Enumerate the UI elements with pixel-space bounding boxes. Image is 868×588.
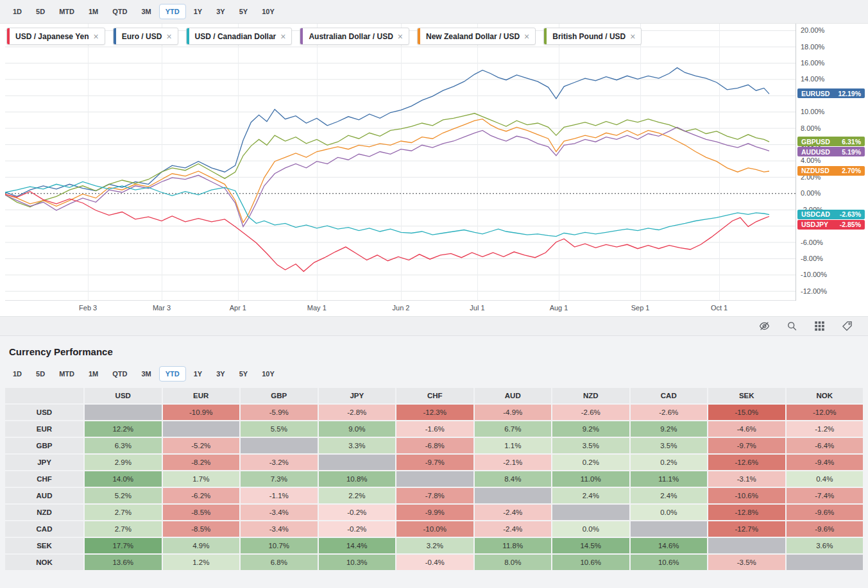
series-chip[interactable]: USD / Canadian Dollar× — [186, 28, 293, 45]
tag-icon[interactable] — [842, 321, 853, 332]
performance-table: USDEURGBPJPYCHFAUDNZDCADSEKNOKUSD-10.9%-… — [5, 388, 863, 570]
range-button-1y[interactable]: 1Y — [187, 4, 208, 19]
hide-lines-icon[interactable] — [759, 321, 770, 332]
perf-cell-eur-cad: 9.2% — [631, 421, 708, 437]
range-button-mtd[interactable]: MTD — [53, 366, 81, 382]
series-chip[interactable]: Australian Dollar / USD× — [300, 28, 409, 45]
range-button-1m[interactable]: 1M — [82, 366, 105, 382]
perf-cell-nok-usd: 13.6% — [85, 555, 162, 570]
column-header-aud: AUD — [475, 388, 552, 403]
perf-cell-chf-sek: -3.1% — [708, 471, 785, 487]
perf-cell-sek-cad: 14.6% — [631, 538, 708, 553]
close-icon[interactable]: × — [92, 31, 105, 42]
perf-cell-usd-usd — [85, 405, 162, 420]
range-button-10y[interactable]: 10Y — [255, 366, 281, 382]
perf-cell-cad-aud: -2.4% — [475, 521, 552, 537]
price-chart-plot[interactable]: USD / Japanese Yen×Euro / USD×USD / Cana… — [5, 24, 796, 316]
perf-cell-usd-gbp: -5.9% — [241, 405, 318, 420]
badge-value: 12.19% — [838, 90, 861, 97]
close-icon[interactable]: × — [628, 31, 641, 42]
range-button-ytd[interactable]: YTD — [159, 366, 186, 382]
perf-cell-jpy-nok: -9.4% — [787, 455, 864, 470]
series-chip-label: USD / Canadian Dollar — [189, 32, 279, 41]
range-button-5d[interactable]: 5D — [30, 4, 51, 19]
perf-cell-eur-eur — [163, 421, 240, 437]
perf-cell-chf-chf — [396, 471, 473, 487]
close-icon[interactable]: × — [278, 31, 291, 42]
range-button-3y[interactable]: 3Y — [210, 4, 231, 19]
perf-cell-nzd-cad: 0.0% — [631, 505, 708, 520]
x-axis-tick: Jun 2 — [379, 304, 423, 312]
range-button-3m[interactable]: 3M — [135, 4, 157, 19]
perf-cell-chf-eur: 1.7% — [163, 471, 240, 487]
perf-cell-gbp-aud: 1.1% — [475, 438, 552, 453]
perf-cell-nzd-eur: -8.5% — [163, 505, 240, 520]
chart-footer — [0, 316, 868, 335]
row-header-nzd: NZD — [5, 505, 83, 520]
badge-value: 6.31% — [842, 138, 861, 146]
perf-cell-nok-aud: 8.0% — [475, 555, 552, 570]
perf-cell-jpy-nzd: 0.2% — [552, 455, 629, 470]
range-button-5d[interactable]: 5D — [30, 366, 51, 382]
perf-cell-chf-cad: 11.1% — [631, 471, 708, 487]
range-button-1y[interactable]: 1Y — [187, 366, 208, 382]
range-button-1d[interactable]: 1D — [6, 4, 28, 19]
range-button-5y[interactable]: 5Y — [233, 4, 254, 19]
x-axis: Feb 3Mar 3Apr 1May 1Jun 2Jul 1Aug 1Sep 1… — [5, 301, 796, 316]
perf-cell-gbp-sek: -9.7% — [708, 438, 785, 453]
range-button-1m[interactable]: 1M — [82, 4, 105, 19]
perf-cell-eur-gbp: 5.5% — [241, 421, 318, 437]
perf-cell-sek-gbp: 10.7% — [241, 538, 318, 553]
row-header-gbp: GBP — [5, 438, 83, 453]
series-chip-label: Australian Dollar / USD — [303, 32, 395, 41]
perf-cell-cad-chf: -10.0% — [396, 521, 473, 537]
range-button-ytd[interactable]: YTD — [159, 4, 186, 19]
close-icon[interactable]: × — [522, 31, 535, 42]
badge-ticker: GBPUSD — [801, 138, 830, 146]
close-icon[interactable]: × — [396, 31, 409, 42]
series-chips-row: USD / Japanese Yen×Euro / USD×USD / Cana… — [6, 28, 642, 45]
series-chip[interactable]: British Pound / USD× — [543, 28, 642, 45]
badge-ticker: NZDUSD — [801, 167, 830, 174]
y-axis-tick: 20.00% — [801, 26, 824, 34]
x-axis-tick: Oct 1 — [697, 304, 742, 312]
series-chip-label: Euro / USD — [116, 32, 165, 41]
range-button-qtd[interactable]: QTD — [106, 366, 133, 382]
range-button-1d[interactable]: 1D — [6, 366, 28, 382]
range-button-5y[interactable]: 5Y — [233, 366, 254, 382]
perf-cell-eur-aud: 6.7% — [475, 421, 552, 437]
y-axis-tick: -6.00% — [801, 239, 823, 246]
last-price-badge-usdjpy: USDJPY-2.85% — [797, 220, 865, 230]
series-chip[interactable]: USD / Japanese Yen× — [6, 28, 105, 45]
range-button-qtd[interactable]: QTD — [106, 4, 133, 19]
perf-cell-sek-aud: 11.8% — [475, 538, 552, 553]
row-header-sek: SEK — [5, 538, 83, 553]
series-chip[interactable]: New Zealand Dollar / USD× — [417, 28, 536, 45]
zoom-icon[interactable] — [787, 321, 797, 332]
last-price-badge-nzdusd: NZDUSD2.70% — [797, 166, 865, 176]
perf-cell-aud-usd: 5.2% — [85, 488, 162, 503]
y-axis-tick: 4.00% — [801, 156, 821, 164]
range-button-3y[interactable]: 3Y — [210, 366, 231, 382]
series-chip-label: New Zealand Dollar / USD — [420, 32, 522, 41]
perf-cell-nzd-nzd — [552, 505, 629, 520]
range-button-3m[interactable]: 3M — [135, 366, 157, 382]
perf-cell-cad-gbp: -3.4% — [241, 521, 318, 537]
row-header-eur: EUR — [5, 421, 83, 437]
perf-cell-gbp-cad: 3.5% — [631, 438, 708, 453]
last-price-badge-usdcad: USDCAD-2.63% — [797, 210, 865, 219]
grid-view-icon[interactable] — [814, 321, 825, 332]
close-icon[interactable]: × — [164, 31, 177, 42]
y-axis-tick: -10.00% — [801, 271, 827, 278]
range-button-mtd[interactable]: MTD — [53, 4, 81, 19]
column-header-eur: EUR — [163, 388, 240, 403]
series-chip[interactable]: Euro / USD× — [113, 28, 178, 45]
perf-cell-chf-usd: 14.0% — [85, 471, 162, 487]
perf-cell-jpy-jpy — [319, 455, 396, 470]
range-button-10y[interactable]: 10Y — [255, 4, 281, 19]
y-axis[interactable]: 20.00%18.00%16.00%14.00%12.00%10.00%8.00… — [796, 24, 868, 301]
line-chart[interactable] — [5, 24, 796, 301]
perf-cell-cad-cad — [631, 521, 708, 537]
badge-ticker: AUDUSD — [801, 148, 830, 156]
perf-cell-aud-nzd: 2.4% — [552, 488, 629, 503]
